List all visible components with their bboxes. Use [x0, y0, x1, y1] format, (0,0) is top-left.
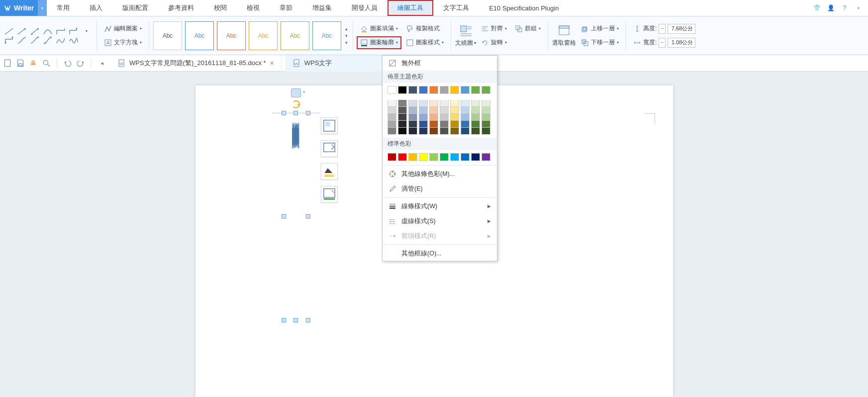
- edit-shape-button[interactable]: 編輯圖案▾: [101, 23, 145, 35]
- qa-new-icon[interactable]: [3, 59, 12, 68]
- scribble-icon[interactable]: [69, 36, 79, 44]
- width-spin-down[interactable]: −: [659, 38, 666, 48]
- style-swatch-4[interactable]: Abc: [249, 21, 278, 50]
- color-swatch[interactable]: [408, 107, 417, 114]
- menu-common[interactable]: 常用: [47, 0, 80, 16]
- chevron-down-icon[interactable]: ▾: [303, 89, 305, 94]
- group-button[interactable]: 群組▾: [512, 23, 544, 35]
- color-swatch[interactable]: [482, 86, 490, 94]
- text-box-button[interactable]: A 文字方塊▾: [101, 37, 145, 49]
- elbow-arrow-icon[interactable]: [69, 27, 79, 35]
- color-swatch[interactable]: [419, 86, 428, 94]
- shape-outline-button[interactable]: [321, 163, 338, 180]
- other-borders-item[interactable]: 其他框線(O)...: [383, 246, 497, 261]
- style-swatch-3[interactable]: Abc: [217, 21, 246, 50]
- color-swatch[interactable]: [471, 107, 480, 114]
- style-swatch-6[interactable]: Abc: [312, 21, 341, 50]
- color-swatch[interactable]: [408, 100, 417, 107]
- app-brand-dropdown[interactable]: ▾: [38, 0, 47, 16]
- color-swatch[interactable]: [398, 153, 407, 161]
- qa-redo-icon[interactable]: [76, 59, 85, 68]
- qa-preview-icon[interactable]: [42, 59, 51, 68]
- menu-text-tools[interactable]: 文字工具: [433, 0, 479, 16]
- color-swatch[interactable]: [482, 121, 490, 128]
- color-swatch[interactable]: [482, 128, 490, 135]
- color-swatch[interactable]: [471, 153, 480, 161]
- gallery-more-icon[interactable]: ▾: [345, 40, 348, 45]
- color-swatch[interactable]: [419, 121, 428, 128]
- selection-pane-button[interactable]: 選取窗格: [552, 24, 576, 47]
- width-input[interactable]: [668, 38, 695, 48]
- color-swatch[interactable]: [440, 86, 449, 94]
- shirt-icon[interactable]: 👕: [812, 3, 821, 12]
- menu-insert[interactable]: 插入: [80, 0, 112, 16]
- line-style-item[interactable]: 線條樣式(W)▶: [383, 199, 497, 214]
- qa-undo-icon[interactable]: [63, 59, 72, 68]
- more-shapes-dd[interactable]: ▾: [82, 27, 92, 35]
- color-swatch[interactable]: [471, 121, 480, 128]
- color-swatch[interactable]: [461, 107, 470, 114]
- color-swatch[interactable]: [450, 128, 459, 135]
- color-swatch[interactable]: [471, 100, 480, 107]
- color-swatch[interactable]: [450, 86, 459, 94]
- bring-forward-button[interactable]: 上移一層▾: [578, 23, 622, 35]
- user-icon[interactable]: 👤: [826, 3, 835, 12]
- shape-text[interactable]: 測試測試測試測試測試測試測試測試測試測試: [284, 113, 308, 320]
- s-curve-icon[interactable]: [17, 36, 27, 44]
- color-swatch[interactable]: [419, 128, 428, 135]
- color-swatch[interactable]: [398, 100, 407, 107]
- color-swatch[interactable]: [450, 121, 459, 128]
- color-swatch[interactable]: [461, 114, 470, 121]
- align-button[interactable]: 對齊▾: [478, 23, 510, 35]
- gallery-up-icon[interactable]: ▴: [345, 26, 348, 31]
- qa-print-icon[interactable]: 🖶: [29, 59, 38, 68]
- color-swatch[interactable]: [419, 114, 428, 121]
- menu-section[interactable]: 章節: [270, 0, 302, 16]
- color-swatch[interactable]: [429, 128, 438, 135]
- color-swatch[interactable]: [387, 114, 396, 121]
- arrow-icon[interactable]: [17, 27, 27, 35]
- menu-drawing-tools[interactable]: 繪圖工具: [387, 0, 433, 16]
- help-icon[interactable]: ?: [840, 3, 849, 12]
- menu-layout[interactable]: 版面配置: [112, 0, 158, 16]
- color-swatch[interactable]: [461, 121, 470, 128]
- color-swatch[interactable]: [440, 107, 449, 114]
- eyedropper-item[interactable]: 滴管(E): [383, 181, 497, 196]
- color-swatch[interactable]: [408, 114, 417, 121]
- menu-developer[interactable]: 開發人員: [342, 0, 387, 16]
- doc-tab-1[interactable]: W WPS文字常見問題(繁)_20161118_81-85.docx * ×: [110, 55, 282, 72]
- color-swatch[interactable]: [482, 100, 490, 107]
- color-swatch[interactable]: [440, 114, 449, 121]
- color-swatch[interactable]: [419, 107, 428, 114]
- height-input[interactable]: [668, 24, 695, 34]
- shape-fill-button[interactable]: 圖案填滿▾: [357, 23, 401, 35]
- color-swatch[interactable]: [398, 128, 407, 135]
- menu-reference[interactable]: 參考資料: [158, 0, 204, 16]
- color-swatch[interactable]: [429, 86, 438, 94]
- color-swatch[interactable]: [408, 121, 417, 128]
- color-swatch[interactable]: [408, 153, 417, 161]
- menu-e10-plugin[interactable]: E10 Specification Plugin: [479, 0, 569, 16]
- freeform-icon[interactable]: [56, 36, 66, 44]
- color-swatch[interactable]: [429, 153, 438, 161]
- double-arrow-icon[interactable]: [30, 27, 40, 35]
- format-painter-button[interactable]: 複製格式: [403, 23, 447, 35]
- more-colors-item[interactable]: 其他線條色彩(M)...: [383, 166, 497, 181]
- color-swatch[interactable]: [398, 107, 407, 114]
- menu-addins[interactable]: 增益集: [302, 0, 342, 16]
- layout-options-button[interactable]: [321, 117, 338, 134]
- color-swatch[interactable]: [398, 86, 407, 94]
- color-swatch[interactable]: [482, 114, 490, 121]
- gallery-down-icon[interactable]: ▾: [345, 33, 348, 38]
- send-backward-button[interactable]: 下移一層▾: [578, 37, 622, 49]
- shape-effects-button[interactable]: [321, 186, 338, 203]
- color-swatch[interactable]: [398, 114, 407, 121]
- style-swatch-1[interactable]: Abc: [153, 21, 182, 50]
- color-swatch[interactable]: [450, 153, 459, 161]
- color-swatch[interactable]: [471, 128, 480, 135]
- color-swatch[interactable]: [461, 100, 470, 107]
- height-spin-down[interactable]: −: [659, 24, 666, 34]
- color-swatch[interactable]: [408, 86, 417, 94]
- color-swatch[interactable]: [440, 100, 449, 107]
- color-swatch[interactable]: [471, 114, 480, 121]
